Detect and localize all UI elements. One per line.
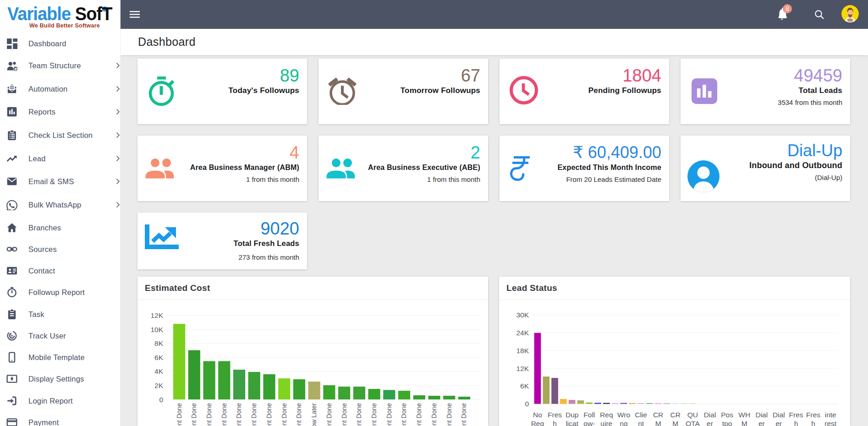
svg-text:ng: ng <box>620 420 627 426</box>
svg-text:Payment Done: Payment Done <box>205 403 213 426</box>
svg-text:tpo: tpo <box>722 420 732 426</box>
svg-text:OTA: OTA <box>686 420 700 426</box>
svg-text:10K: 10K <box>150 326 163 333</box>
svg-text:h: h <box>794 420 798 426</box>
svg-text:30K: 30K <box>516 311 529 319</box>
svg-text:Req: Req <box>600 411 613 419</box>
svg-text:8: 8 <box>786 5 789 12</box>
svg-text:Foll: Foll <box>583 411 595 419</box>
svg-text:12K: 12K <box>150 311 163 319</box>
svg-text:er: er <box>776 420 782 426</box>
svg-text:12K: 12K <box>516 365 529 372</box>
svg-text:Payment Done: Payment Done <box>430 403 438 426</box>
svg-text:Follow Later: Follow Later <box>310 403 318 426</box>
svg-text:uire: uire <box>600 420 612 426</box>
svg-text:Pos: Pos <box>721 411 733 419</box>
svg-text:2K: 2K <box>154 382 164 389</box>
svg-text:Payment Done: Payment Done <box>235 403 242 426</box>
svg-text:Payment Done: Payment Done <box>295 403 302 426</box>
svg-text:Payment Done: Payment Done <box>220 403 228 426</box>
svg-text:inte: inte <box>825 411 836 419</box>
svg-text:M: M <box>672 420 678 426</box>
svg-text:Payment Done: Payment Done <box>250 403 258 426</box>
svg-text:Fres: Fres <box>548 411 562 419</box>
svg-text:Payment Done: Payment Done <box>415 403 423 426</box>
svg-text:24K: 24K <box>516 329 529 337</box>
svg-text:Wro: Wro <box>617 411 630 419</box>
svg-text:Payment Done: Payment Done <box>370 403 378 426</box>
svg-text:ow-: ow- <box>583 420 595 426</box>
svg-text:h: h <box>811 420 815 426</box>
svg-text:M: M <box>742 420 747 426</box>
svg-text:Payment Done: Payment Done <box>385 403 393 426</box>
svg-text:QU: QU <box>687 411 698 419</box>
svg-text:Clie: Clie <box>635 411 647 419</box>
svg-text:Payment Done: Payment Done <box>325 403 333 426</box>
svg-text:WH: WH <box>738 411 750 419</box>
svg-text:6K: 6K <box>154 354 164 361</box>
svg-text:Payment Done: Payment Done <box>355 403 363 426</box>
svg-text:Dial: Dial <box>704 411 716 419</box>
svg-text:h: h <box>553 420 557 426</box>
svg-text:Fres: Fres <box>789 411 803 419</box>
svg-text:er: er <box>707 420 713 426</box>
svg-text:8K: 8K <box>154 339 164 347</box>
svg-text:0: 0 <box>525 400 529 408</box>
svg-text:Fres: Fres <box>806 411 820 419</box>
svg-text:CR: CR <box>670 411 681 419</box>
svg-text:No: No <box>533 411 542 419</box>
svg-text:Dup: Dup <box>566 411 578 419</box>
svg-text:Payment Done: Payment Done <box>400 403 407 426</box>
svg-text:Dial: Dial <box>755 411 768 419</box>
svg-text:Payment Done: Payment Done <box>445 403 453 426</box>
svg-text:Payment Done: Payment Done <box>341 403 348 426</box>
svg-text:0: 0 <box>159 396 163 404</box>
svg-text:Payment Done: Payment Done <box>176 403 183 426</box>
svg-text:CR: CR <box>653 411 663 419</box>
svg-text:Payment Done: Payment Done <box>265 403 273 426</box>
svg-text:4K: 4K <box>154 367 164 375</box>
svg-text:er: er <box>758 420 765 426</box>
svg-text:Payment Done: Payment Done <box>460 403 467 426</box>
svg-text:Payment Done: Payment Done <box>190 403 198 426</box>
svg-text:Req: Req <box>531 420 544 426</box>
svg-text:18K: 18K <box>516 347 529 355</box>
svg-text:M: M <box>655 420 661 426</box>
svg-text:rest: rest <box>824 420 837 426</box>
svg-text:6K: 6K <box>520 382 529 390</box>
svg-text:licat: licat <box>566 420 578 426</box>
svg-text:Payment Done: Payment Done <box>280 403 288 426</box>
svg-text:Dial: Dial <box>773 411 785 419</box>
svg-text:nt: nt <box>638 420 644 426</box>
